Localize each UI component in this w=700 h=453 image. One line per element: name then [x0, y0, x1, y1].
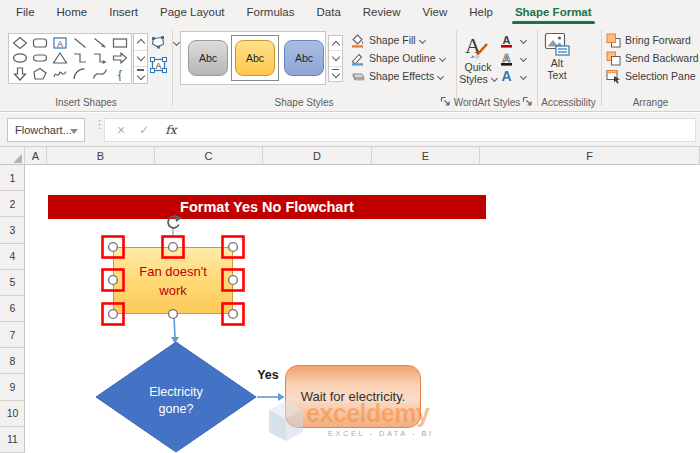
quick-styles-button[interactable]: A Quick Styles	[458, 31, 498, 85]
tab-data[interactable]: Data	[306, 0, 352, 25]
scribble-gallery-item[interactable]	[50, 66, 70, 82]
svg-text:A: A	[503, 33, 511, 45]
column-header-D[interactable]: D	[263, 147, 372, 165]
arc-icon	[72, 67, 88, 81]
gallery-scroll-up-button[interactable]	[134, 34, 147, 51]
rounded-rectangle-flat-gallery-item[interactable]	[30, 51, 50, 67]
shape-effects-button[interactable]: Shape Effects	[350, 68, 443, 84]
cancel-entry-button[interactable]: ×	[117, 122, 125, 138]
shape-styles-group-label: Shape Styles	[172, 97, 436, 108]
shape-style-chip-blue[interactable]: Abc	[284, 40, 324, 76]
outline-pen-icon	[350, 51, 365, 66]
connector-down-arrowhead	[171, 337, 179, 344]
process-shape-fan-doesnt-work[interactable]: Fan doesn't work	[113, 247, 233, 314]
column-header-C[interactable]: C	[155, 147, 263, 165]
line-gallery-item[interactable]	[70, 35, 90, 51]
column-headers: ABCDEF	[0, 147, 700, 165]
tab-home[interactable]: Home	[46, 0, 99, 25]
accessibility-group-label: Accessibility	[537, 97, 600, 108]
result-shape-wait-for-electricity[interactable]: Wait for electricity.	[285, 365, 421, 428]
arc-gallery-item[interactable]	[70, 66, 90, 82]
svg-text:A: A	[155, 61, 161, 71]
confirm-entry-button[interactable]: ✓	[139, 123, 149, 137]
rounded-rectangle-icon	[32, 36, 48, 50]
tab-view[interactable]: View	[412, 0, 459, 25]
gallery-scroll-down-button[interactable]	[134, 51, 147, 68]
shape-outline-button[interactable]: Shape Outline	[350, 50, 445, 66]
flowchart-title-banner[interactable]: Format Yes No Flowchart	[48, 195, 486, 219]
rounded-rectangle-gallery-item[interactable]	[30, 35, 50, 51]
styles-more-button[interactable]	[329, 67, 342, 81]
quick-styles-icon: A	[463, 31, 493, 61]
draw-text-box-button[interactable]: A	[150, 57, 171, 73]
column-header-B[interactable]: B	[47, 147, 155, 165]
elbow-connector-gallery-item[interactable]	[70, 51, 90, 67]
paint-bucket-icon	[350, 33, 365, 48]
name-box-dropdown-icon[interactable]	[70, 129, 78, 134]
left-brace-gallery-item[interactable]: {	[110, 66, 130, 82]
text-box-shape-gallery-item[interactable]: A	[50, 35, 70, 51]
name-box[interactable]: Flowchart...	[7, 118, 85, 142]
freeform-shape-icon	[32, 67, 48, 81]
line-arrow-gallery-item[interactable]	[90, 35, 110, 51]
rectangle-gallery-item[interactable]	[110, 35, 130, 51]
watermark-tagline-text: EXCEL - DATA - BI	[328, 429, 434, 438]
process-shape-text-line1: Fan doesn't	[114, 262, 232, 281]
shape-style-chip-gold-selected[interactable]: Abc	[235, 40, 275, 76]
elbow-arrow-connector-gallery-item[interactable]	[90, 51, 110, 67]
down-block-arrow-gallery-item[interactable]	[10, 66, 30, 82]
alt-text-button[interactable]: Alt Text	[540, 31, 574, 81]
selection-pane-button[interactable]: Selection Pane	[606, 68, 696, 84]
tab-insert[interactable]: Insert	[98, 0, 149, 25]
curve-gallery-item[interactable]	[90, 66, 110, 82]
left-brace-icon: {	[112, 67, 128, 81]
ribbon-tab-bar: File Home Insert Page Layout Formulas Da…	[0, 0, 700, 25]
text-effects-button[interactable]: A	[500, 68, 526, 84]
tab-file[interactable]: File	[5, 0, 46, 25]
text-effects-icon: A	[500, 69, 513, 84]
shape-styles-dialog-launcher[interactable]	[440, 93, 452, 105]
oval-gallery-item[interactable]	[10, 51, 30, 67]
gallery-more-button[interactable]	[134, 67, 147, 83]
column-header-E[interactable]: E	[372, 147, 480, 165]
excel-window: File Home Insert Page Layout Formulas Da…	[0, 0, 700, 453]
styles-more-icon	[331, 70, 339, 78]
shape-style-chip-gray[interactable]: Abc	[188, 40, 228, 76]
tab-page-layout[interactable]: Page Layout	[149, 0, 236, 25]
edit-shape-button[interactable]	[150, 34, 179, 50]
svg-text:A: A	[57, 38, 63, 48]
styles-scroll-down-button[interactable]	[329, 51, 342, 66]
wordart-dialog-launcher[interactable]	[522, 93, 534, 105]
tab-review[interactable]: Review	[352, 0, 412, 25]
tab-help[interactable]: Help	[458, 0, 504, 25]
right-block-arrow-gallery-item[interactable]	[110, 51, 130, 67]
svg-text:A: A	[501, 69, 511, 84]
select-all-corner[interactable]	[0, 147, 25, 165]
line-arrow-icon	[92, 36, 108, 50]
diamond-shape-gallery-item[interactable]	[10, 35, 30, 51]
wordart-styles-group-label: WordArt Styles	[452, 97, 522, 108]
bring-forward-button[interactable]: Bring Forward	[606, 32, 691, 48]
text-outline-button[interactable]: A	[500, 50, 526, 66]
tab-shape-format[interactable]: Shape Format	[504, 0, 603, 25]
shape-fill-button[interactable]: Shape Fill	[350, 32, 425, 48]
formula-bar-drag-handle[interactable]: ⋮	[94, 122, 97, 138]
bring-forward-label: Bring Forward	[625, 34, 691, 46]
column-header-F[interactable]: F	[480, 147, 700, 165]
tab-formulas[interactable]: Formulas	[236, 0, 306, 25]
styles-scroll-up-button[interactable]	[329, 36, 342, 51]
insert-function-button[interactable]: fx	[165, 123, 176, 137]
column-header-A[interactable]: A	[25, 147, 47, 165]
insert-shapes-group-label: Insert Shapes	[0, 97, 172, 108]
send-backward-button[interactable]: Send Backward	[606, 50, 699, 66]
shape-fill-label: Shape Fill	[369, 34, 416, 46]
text-fill-button[interactable]: A	[500, 32, 526, 48]
freeform-shape-gallery-item[interactable]	[30, 66, 50, 82]
edit-shape-icon	[150, 35, 166, 50]
worksheet-canvas[interactable]: Format Yes No Flowchart Fan doesn't work…	[0, 165, 700, 453]
connector-down[interactable]	[174, 316, 175, 338]
triangle-gallery-item[interactable]	[50, 51, 70, 67]
select-all-triangle-icon	[13, 154, 22, 163]
quick-styles-label-line1: Quick	[465, 61, 492, 73]
chevron-down-icon	[439, 54, 446, 61]
